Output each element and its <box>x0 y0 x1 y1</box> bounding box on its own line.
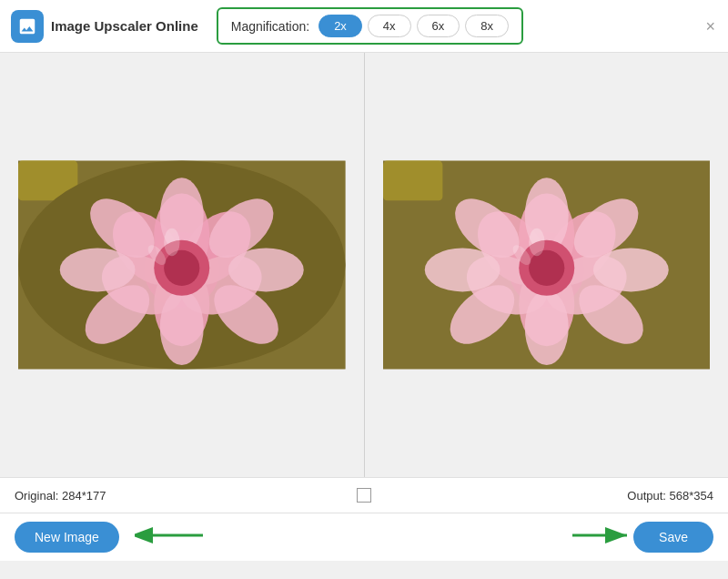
svg-point-15 <box>228 248 304 291</box>
compare-icon <box>357 488 371 503</box>
output-flower-image <box>383 71 711 459</box>
svg-point-42 <box>529 250 564 286</box>
app-logo-icon <box>11 10 44 43</box>
save-button[interactable]: Save <box>633 522 713 553</box>
header: Image Upscaler Online Magnification: 2x … <box>0 0 728 53</box>
left-arrow-icon <box>135 519 207 552</box>
svg-point-43 <box>529 229 544 257</box>
magnification-panel: Magnification: 2x 4x 6x 8x <box>217 7 523 45</box>
right-arrow-icon <box>568 519 641 552</box>
svg-point-37 <box>592 248 668 291</box>
main-content <box>0 53 728 477</box>
image-icon <box>17 16 37 36</box>
svg-point-21 <box>164 229 179 257</box>
mag-4x-button[interactable]: 4x <box>368 15 411 37</box>
mag-6x-button[interactable]: 6x <box>417 15 460 37</box>
svg-point-40 <box>524 290 568 365</box>
mag-8x-button[interactable]: 8x <box>465 15 509 37</box>
output-image-panel <box>365 53 729 477</box>
svg-point-18 <box>160 290 204 365</box>
original-flower-image <box>18 71 346 459</box>
close-button[interactable]: × <box>705 18 715 35</box>
app-title: Image Upscaler Online <box>51 18 198 34</box>
new-image-button[interactable]: New Image <box>15 522 119 553</box>
output-size-label: Output: 568*354 <box>382 489 713 503</box>
status-bar: Original: 284*177 Output: 568*354 <box>0 477 728 513</box>
svg-point-36 <box>424 248 500 291</box>
mag-buttons: 2x 4x 6x 8x <box>318 15 509 37</box>
bottom-bar: New Image Save <box>0 513 728 561</box>
mag-2x-button[interactable]: 2x <box>318 15 362 37</box>
app-logo: Image Upscaler Online <box>11 10 198 43</box>
magnification-label: Magnification: <box>231 19 309 34</box>
original-image-panel <box>0 53 364 477</box>
svg-point-14 <box>60 248 136 291</box>
compare-icon-area <box>346 488 382 503</box>
svg-point-20 <box>164 250 199 286</box>
original-size-label: Original: 284*177 <box>15 489 346 503</box>
